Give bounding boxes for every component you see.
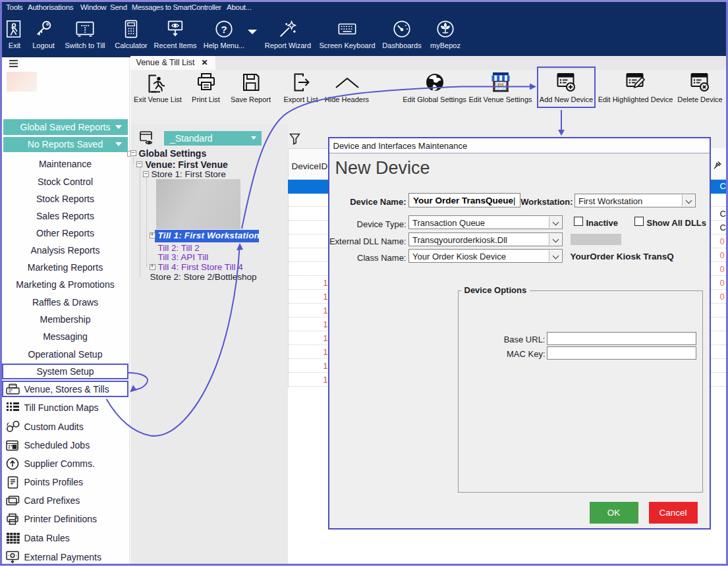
svg-text:?: ? — [221, 24, 227, 35]
